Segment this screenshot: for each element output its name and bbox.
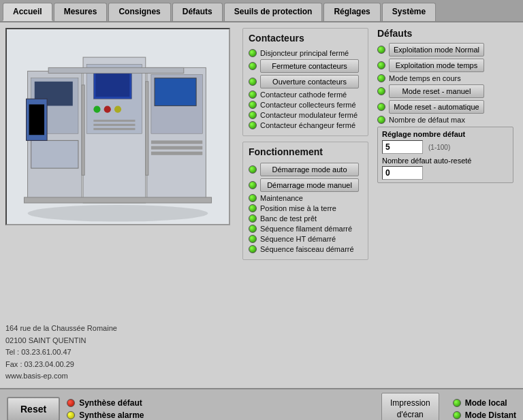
tab-accueil[interactable]: Accueil: [3, 3, 52, 21]
demarrage-auto-row: Démarrage mode auto: [249, 163, 362, 176]
disjoncteur-row: Disjoncteur principal fermé: [249, 49, 362, 57]
svg-rect-27: [24, 197, 211, 203]
svg-rect-23: [29, 104, 44, 135]
mode-reset-manuel-btn[interactable]: Mode reset - manuel: [389, 84, 484, 98]
mode-distant-led: [453, 411, 461, 419]
banc-test-led: [249, 214, 257, 223]
address-line1: 164 rue de la Chaussée Romaine: [5, 323, 237, 335]
svg-rect-24: [82, 85, 84, 175]
exploitation-normal-led: [377, 46, 385, 54]
address-block: 164 rue de la Chaussée Romaine 02100 SAI…: [5, 323, 237, 383]
impression-btn[interactable]: Impression d'écran: [381, 393, 439, 420]
defauts-section: Défauts Exploitation mode Normal Exploit…: [377, 28, 513, 183]
ouverture-led: [249, 78, 257, 86]
reglage-section: Réglage nombre défaut (1-100) Nombre déf…: [377, 127, 513, 183]
exploitation-normal-btn[interactable]: Exploitation mode Normal: [389, 43, 484, 56]
disjoncteur-led: [249, 49, 257, 57]
main-content: 164 rue de la Chaussée Romaine 02100 SAI…: [0, 22, 523, 388]
cathode-row: Contacteur cathode fermé: [249, 91, 362, 99]
mode-distant-label: Mode Distant: [465, 410, 516, 420]
reglage-input[interactable]: [382, 140, 423, 154]
ht-label: Séquence HT démarré: [260, 235, 336, 243]
address-line5: www.basis-ep.com: [5, 370, 237, 383]
left-panel: 164 rue de la Chaussée Romaine 02100 SAI…: [5, 28, 237, 383]
tab-mesures[interactable]: Mesures: [54, 3, 108, 21]
echangeur-label: Contacteur échangeur fermé: [260, 121, 355, 129]
svg-point-7: [104, 106, 111, 112]
reglage-range: (1-100): [428, 144, 450, 151]
machine-image: [5, 28, 230, 225]
demarrage-manuel-btn[interactable]: Démarrage mode manuel: [260, 178, 359, 192]
svg-rect-5: [95, 74, 129, 97]
mode-local-led: [453, 399, 461, 407]
machine-svg: [7, 29, 229, 224]
mode-reset-auto-btn[interactable]: Mode reset - automatique: [389, 100, 484, 114]
contacteurs-panel: Contacteurs Disjoncteur principal fermé …: [242, 28, 368, 136]
mode-distant-row: Mode Distant: [453, 410, 516, 420]
fermeture-led: [249, 62, 257, 70]
nombre-defaut-input[interactable]: [382, 166, 423, 180]
mode-temps-label: Mode temps en cours: [389, 74, 461, 82]
cathode-led: [249, 91, 257, 99]
svg-point-1: [28, 205, 208, 221]
echangeur-row: Contacteur échangeur fermé: [249, 121, 362, 129]
svg-rect-11: [93, 128, 135, 130]
svg-rect-15: [31, 140, 78, 168]
filament-row: Séquence filament démarré: [249, 225, 362, 233]
filament-led: [249, 225, 257, 233]
tab-defauts[interactable]: Défauts: [172, 3, 223, 21]
maintenance-label: Maintenance: [260, 194, 303, 202]
fermeture-row: Fermeture contacteurs: [249, 59, 362, 73]
svg-point-6: [93, 106, 100, 112]
reset-button[interactable]: Reset: [7, 397, 60, 420]
fermeture-btn[interactable]: Fermeture contacteurs: [260, 59, 359, 73]
synthese-defaut-row: Synthèse défaut: [67, 398, 144, 408]
address-line3: Tel : 03.23.61.00.47: [5, 346, 237, 359]
mode-reset-manuel-led: [377, 87, 385, 95]
svg-point-8: [114, 106, 121, 112]
filament-label: Séquence filament démarré: [260, 225, 352, 233]
mode-reset-auto-led: [377, 103, 385, 111]
svg-rect-25: [146, 82, 148, 176]
tab-reglages[interactable]: Réglages: [323, 3, 380, 21]
tab-consignes[interactable]: Consignes: [108, 3, 170, 21]
banc-test-label: Banc de test prêt: [260, 214, 317, 223]
synthese-block: Synthèse défaut Synthèse alarme: [67, 398, 144, 420]
svg-rect-9: [93, 120, 135, 122]
defauts-title: Défauts: [377, 28, 513, 39]
tab-systeme[interactable]: Système: [382, 3, 436, 21]
synthese-defaut-led: [67, 399, 75, 407]
demarrage-auto-btn[interactable]: Démarrage mode auto: [260, 163, 359, 176]
position-terre-row: Position mise à la terre: [249, 204, 362, 212]
synthese-alarme-row: Synthèse alarme: [67, 410, 144, 420]
exploitation-normal-row: Exploitation mode Normal: [377, 43, 513, 56]
impression-line2: d'écran: [397, 410, 424, 419]
collecteurs-led: [249, 101, 257, 109]
address-line2: 02100 SAINT QUENTIN: [5, 335, 237, 347]
exploitation-temps-btn[interactable]: Exploitation mode temps: [389, 59, 484, 72]
nombre-defaut-auto-label: Nombre défaut auto-reseté: [382, 157, 509, 165]
faisceau-row: Séquence faisceau démarré: [249, 245, 362, 253]
position-terre-led: [249, 204, 257, 212]
mode-block: Mode local Mode Distant: [453, 398, 516, 420]
synthese-alarme-led: [67, 411, 75, 419]
modulateur-led: [249, 111, 257, 119]
tab-bar: Accueil Mesures Consignes Défauts Seuils…: [0, 0, 523, 22]
mode-temps-row: Mode temps en cours: [377, 74, 513, 82]
fonctionnement-title: Fonctionnement: [249, 146, 362, 157]
mode-local-row: Mode local: [453, 398, 516, 408]
reglage-titre: Réglage nombre défaut: [382, 130, 509, 138]
footer: Reset Synthèse défaut Synthèse alarme Im…: [0, 388, 523, 420]
ouverture-btn[interactable]: Ouverture contacteurs: [260, 75, 359, 88]
ht-row: Séquence HT démarré: [249, 235, 362, 243]
right-column: Défauts Exploitation mode Normal Exploit…: [377, 28, 513, 383]
cathode-label: Contacteur cathode fermé: [260, 91, 347, 99]
synthese-alarme-label: Synthèse alarme: [79, 410, 144, 420]
demarrage-manuel-row: Démarrage mode manuel: [249, 178, 362, 192]
position-terre-label: Position mise à la terre: [260, 204, 336, 212]
address-line4: Fax : 03.23.04.00.29: [5, 359, 237, 371]
tab-seuils[interactable]: Seuils de protection: [224, 3, 323, 21]
middle-column: Contacteurs Disjoncteur principal fermé …: [242, 28, 372, 383]
mode-reset-manuel-row: Mode reset - manuel: [377, 84, 513, 98]
impression-line1: Impression: [390, 398, 430, 408]
